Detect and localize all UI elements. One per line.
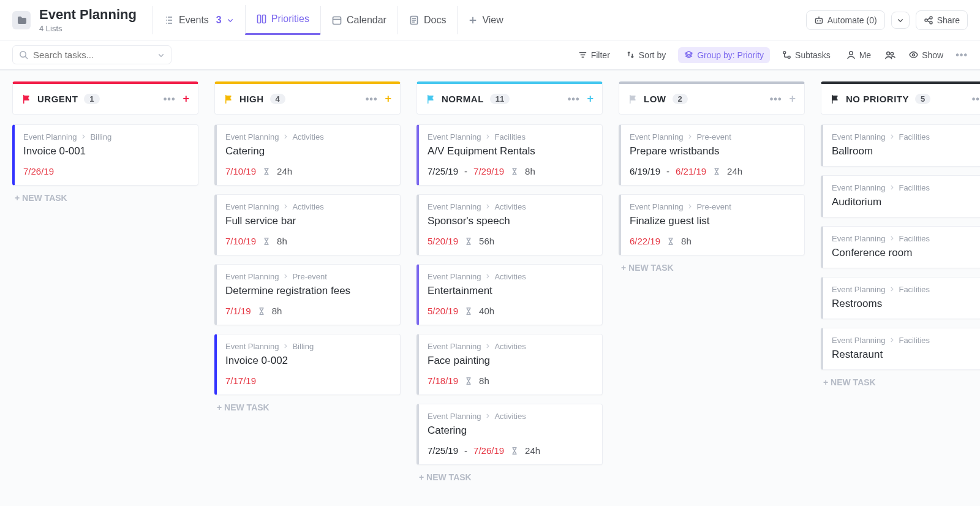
search-input[interactable]	[33, 50, 153, 60]
card-estimate: 56h	[479, 236, 494, 246]
chevron-right-icon	[484, 412, 491, 421]
tab-events-count: 3	[216, 15, 222, 26]
card-title: Catering	[428, 425, 594, 437]
breadcrumb-folder: Event Planning	[428, 202, 481, 211]
subtasks-button[interactable]: Subtasks	[778, 48, 834, 62]
sort-button[interactable]: Sort by	[622, 48, 669, 62]
breadcrumb-folder: Event Planning	[630, 202, 683, 211]
group-by-button[interactable]: Group by: Priority	[678, 47, 770, 63]
column-add-button[interactable]: +	[385, 93, 391, 105]
task-card[interactable]: Event PlanningFacilitiesAuditorium	[821, 175, 980, 217]
task-card[interactable]: Event PlanningActivitiesCatering7/10/192…	[214, 124, 401, 186]
column-none: NO PRIORITY5•••+Event PlanningFacilities…	[821, 81, 980, 395]
task-card[interactable]: Event PlanningActivitiesCatering7/25/19-…	[417, 404, 603, 465]
breadcrumb: Event PlanningActivities	[428, 272, 594, 281]
breadcrumb-list: Activities	[292, 132, 323, 142]
breadcrumb-folder: Event Planning	[832, 132, 885, 142]
new-task-button[interactable]: + NEW TASK	[619, 255, 805, 280]
subtask-icon	[782, 50, 791, 59]
task-card[interactable]: Event PlanningBillingInvoice 0-0017/26/1…	[12, 124, 198, 186]
show-button[interactable]: Show	[905, 48, 947, 62]
breadcrumb-folder: Event Planning	[832, 336, 885, 345]
column-more-button[interactable]: •••	[568, 94, 580, 105]
column-more-button[interactable]: •••	[164, 94, 176, 105]
chevron-down-icon[interactable]	[157, 51, 165, 59]
chevron-right-icon	[282, 202, 288, 211]
column-more-button[interactable]: •••	[972, 94, 980, 105]
column-add-button[interactable]: +	[789, 93, 796, 105]
tab-add-view[interactable]: View	[457, 6, 514, 34]
task-card[interactable]: Event PlanningFacilitiesRestaraunt	[821, 328, 980, 370]
hourglass-icon	[262, 167, 271, 176]
me-button[interactable]: Me	[843, 48, 875, 62]
automate-label: Automate (0)	[827, 15, 877, 25]
flag-icon	[426, 94, 435, 104]
breadcrumb: Event PlanningFacilities	[832, 234, 980, 243]
task-card[interactable]: Event PlanningPre-eventDetermine registr…	[214, 264, 401, 325]
breadcrumb-folder: Event Planning	[630, 132, 683, 142]
chevron-right-icon	[484, 342, 491, 351]
card-title: Ballroom	[832, 145, 980, 157]
task-card[interactable]: Event PlanningFacilitiesBallroom	[821, 124, 980, 167]
task-card[interactable]: Event PlanningFacilitiesA/V Equipment Re…	[417, 124, 603, 186]
card-title: Restaraunt	[832, 349, 980, 361]
chevron-right-icon	[282, 132, 288, 142]
chevron-down-icon	[897, 17, 904, 24]
breadcrumb-list: Pre-event	[696, 202, 731, 211]
hourglass-icon	[464, 307, 473, 315]
title-block: Event Planning 4 Lists	[39, 7, 137, 33]
filter-icon	[578, 50, 587, 59]
card-title: Restrooms	[832, 298, 980, 310]
search-wrap[interactable]	[12, 45, 172, 64]
automate-button[interactable]: Automate (0)	[806, 10, 885, 30]
date-separator: -	[464, 445, 467, 456]
task-card[interactable]: Event PlanningActivitiesSponsor's speech…	[417, 194, 603, 255]
filter-button[interactable]: Filter	[575, 48, 614, 62]
new-task-button[interactable]: + NEW TASK	[417, 465, 603, 489]
column-header: NORMAL11•••+	[417, 81, 603, 115]
share-button[interactable]: Share	[916, 10, 968, 30]
task-card[interactable]: Event PlanningActivitiesFace painting7/1…	[417, 334, 603, 395]
task-card[interactable]: Event PlanningPre-eventFinalize guest li…	[619, 194, 805, 255]
tab-events[interactable]: Events 3	[153, 6, 245, 34]
new-task-button[interactable]: + NEW TASK	[821, 370, 980, 395]
chevron-right-icon	[889, 132, 895, 142]
column-add-button[interactable]: +	[587, 93, 594, 105]
breadcrumb-folder: Event Planning	[428, 412, 481, 421]
card-date-start: 7/17/19	[225, 376, 256, 386]
breadcrumb-folder: Event Planning	[225, 132, 279, 142]
task-card[interactable]: Event PlanningActivitiesFull service bar…	[214, 194, 401, 255]
task-card[interactable]: Event PlanningFacilitiesConference room	[821, 226, 980, 268]
column-more-button[interactable]: •••	[366, 94, 378, 105]
people-icon	[884, 50, 895, 61]
card-estimate: 24h	[277, 166, 292, 176]
breadcrumb-list: Billing	[292, 342, 314, 351]
task-card[interactable]: Event PlanningPre-eventPrepare wristband…	[619, 124, 805, 186]
column-add-button[interactable]: +	[183, 93, 189, 105]
task-card[interactable]: Event PlanningBillingInvoice 0-0027/17/1…	[214, 334, 401, 395]
breadcrumb-folder: Event Planning	[428, 272, 481, 281]
toolbar-more-button[interactable]: •••	[956, 50, 968, 61]
tab-events-label: Events	[179, 15, 209, 26]
card-meta: 7/25/19-7/29/198h	[428, 166, 594, 176]
task-card[interactable]: Event PlanningActivitiesEntertainment5/2…	[417, 264, 603, 325]
assignees-button[interactable]	[883, 47, 897, 63]
automate-more-button[interactable]	[891, 12, 910, 29]
card-meta: 6/19/19-6/21/1924h	[630, 166, 796, 176]
column-more-button[interactable]: •••	[770, 94, 782, 105]
hourglass-icon	[262, 237, 271, 246]
tab-priorities[interactable]: Priorities	[245, 5, 320, 35]
task-card[interactable]: Event PlanningFacilitiesRestrooms	[821, 277, 980, 319]
chevron-right-icon	[484, 132, 491, 142]
card-meta: 5/20/1956h	[428, 236, 594, 246]
breadcrumb-folder: Event Planning	[23, 132, 77, 142]
new-task-button[interactable]: + NEW TASK	[12, 186, 198, 210]
tab-calendar[interactable]: Calendar	[320, 6, 398, 34]
new-task-button[interactable]: + NEW TASK	[214, 395, 401, 420]
column-count: 1	[84, 94, 99, 104]
tab-calendar-label: Calendar	[347, 15, 386, 26]
breadcrumb: Event PlanningActivities	[428, 202, 594, 211]
breadcrumb-list: Activities	[494, 342, 526, 351]
card-title: Auditorium	[832, 196, 980, 208]
tab-docs[interactable]: Docs	[398, 6, 457, 34]
